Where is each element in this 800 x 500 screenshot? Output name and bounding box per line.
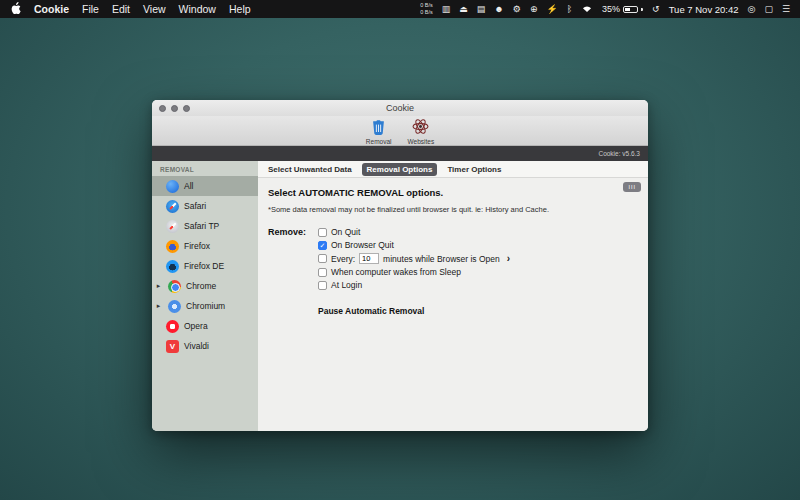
toolbar-removal-label: Removal: [366, 138, 392, 145]
disclosure-triangle-icon[interactable]: ▸: [154, 282, 163, 290]
trash-icon: [370, 118, 387, 139]
disclosure-triangle-icon[interactable]: ▸: [154, 302, 163, 310]
time-machine-icon[interactable]: ↺: [652, 4, 660, 14]
removal-options-panel: III Select AUTOMATIC REMOVAL options. *S…: [258, 178, 648, 431]
menu-edit[interactable]: Edit: [112, 3, 130, 15]
toolbar-websites-label: Websites: [408, 138, 435, 145]
close-button[interactable]: [159, 105, 166, 112]
sidebar-item-label: Safari TP: [184, 221, 219, 231]
option-at-login: At Login: [318, 280, 510, 290]
on-quit-checkbox[interactable]: [318, 228, 327, 237]
safari-icon: [166, 200, 179, 213]
battery-icon: [623, 6, 638, 13]
option-on-browser-quit: ✓ On Browser Quit: [318, 240, 510, 250]
option-every-minutes: Every: minutes while Browser is Open ›: [318, 253, 510, 264]
wake-from-sleep-checkbox[interactable]: [318, 268, 327, 277]
sidebar-header: REMOVAL: [152, 161, 258, 176]
window-title: Cookie: [386, 103, 414, 113]
apple-icon[interactable]: [10, 2, 21, 17]
option-label: On Quit: [331, 227, 360, 237]
sidebar-item-chrome[interactable]: ▸ Chrome: [152, 276, 258, 296]
sidebar-item-chromium[interactable]: ▸ Chromium: [152, 296, 258, 316]
siri-icon[interactable]: ◎: [748, 4, 756, 14]
tab-timer-options[interactable]: Timer Options: [442, 163, 506, 176]
pause-automatic-removal-button[interactable]: Pause Automatic Removal: [318, 306, 638, 316]
traffic-lights: [159, 100, 190, 116]
sidebar-item-label: Opera: [184, 321, 208, 331]
window-toolbar: Removal Websites: [152, 116, 648, 146]
option-label: On Browser Quit: [331, 240, 394, 250]
on-browser-quit-checkbox[interactable]: ✓: [318, 241, 327, 250]
zoom-button[interactable]: [183, 105, 190, 112]
content-area: Select Unwanted Data Removal Options Tim…: [258, 161, 648, 431]
net-down-value: 0 B/s: [420, 9, 433, 16]
firefox-icon: [166, 240, 179, 253]
menu-view[interactable]: View: [143, 3, 166, 15]
tab-select-unwanted-data[interactable]: Select Unwanted Data: [263, 163, 357, 176]
at-login-checkbox[interactable]: [318, 281, 327, 290]
sidebar-item-safari[interactable]: Safari: [152, 196, 258, 216]
sidebar-item-opera[interactable]: Opera: [152, 316, 258, 336]
version-strip: Cookie: v5.6.3: [152, 146, 648, 161]
bolt-icon[interactable]: ⚡: [546, 4, 557, 14]
option-label: When computer wakes from Sleep: [331, 267, 461, 277]
menu-bar: Cookie File Edit View Window Help 0 B/s …: [0, 0, 800, 18]
removal-options-list: On Quit ✓ On Browser Quit Every: minutes: [318, 227, 510, 290]
bluetooth-icon[interactable]: ᛒ: [567, 4, 572, 14]
version-label: Cookie: v5.6.3: [598, 150, 640, 157]
every-prefix-label: Every:: [331, 254, 355, 264]
plus-icon[interactable]: ⊕: [530, 4, 538, 14]
battery-indicator[interactable]: 35%: [602, 4, 643, 14]
desktop: Cookie File Edit View Window Help 0 B/s …: [0, 0, 800, 500]
sidebar-item-firefox[interactable]: Firefox: [152, 236, 258, 256]
wifi-icon[interactable]: [581, 4, 593, 15]
firefox-de-icon: [166, 260, 179, 273]
all-browsers-icon: [166, 180, 179, 193]
user-icon[interactable]: ☻: [494, 4, 503, 14]
sidebar-item-safari-tp[interactable]: Safari TP: [152, 216, 258, 236]
option-wake-from-sleep: When computer wakes from Sleep: [318, 267, 510, 277]
display-icon[interactable]: ▢: [764, 4, 773, 14]
menu-clock[interactable]: Tue 7 Nov 20:42: [669, 4, 739, 15]
browser-sidebar: REMOVAL All Safari Safari TP Firefox: [152, 161, 258, 431]
notification-center-icon[interactable]: ☰: [782, 4, 790, 14]
minimize-button[interactable]: [171, 105, 178, 112]
sidebar-item-label: Chromium: [186, 301, 225, 311]
toolbar-websites-button[interactable]: Websites: [408, 118, 435, 145]
panel-badge-button[interactable]: III: [623, 182, 641, 192]
chevron-right-icon[interactable]: ›: [507, 254, 510, 264]
keyboard-icon[interactable]: ▤: [477, 4, 486, 14]
cookie-window: Cookie Removal Websites Cookie: v5.6.3: [152, 100, 648, 431]
every-suffix-label: minutes while Browser is Open: [383, 254, 500, 264]
toolbar-removal-button[interactable]: Removal: [366, 118, 392, 145]
sidebar-item-vivaldi[interactable]: Vivaldi: [152, 336, 258, 356]
sidebar-item-label: All: [184, 181, 193, 191]
net-up-value: 0 B/s: [420, 2, 433, 9]
tab-removal-options[interactable]: Removal Options: [362, 163, 438, 176]
sidebar-item-firefox-de[interactable]: Firefox DE: [152, 256, 258, 276]
remove-label: Remove:: [268, 227, 310, 290]
title-bar[interactable]: Cookie: [152, 100, 648, 116]
menu-file[interactable]: File: [82, 3, 99, 15]
sidebar-item-label: Chrome: [186, 281, 216, 291]
every-minutes-checkbox[interactable]: [318, 254, 327, 263]
opera-icon: [166, 320, 179, 333]
battery-nub: [641, 8, 643, 11]
vivaldi-icon: [166, 340, 179, 353]
menu-window[interactable]: Window: [179, 3, 216, 15]
panel-note: *Some data removal may not be finalized …: [268, 205, 638, 214]
menu-help[interactable]: Help: [229, 3, 251, 15]
chromium-icon: [168, 300, 181, 313]
option-on-quit: On Quit: [318, 227, 510, 237]
safari-tp-icon: [166, 220, 179, 233]
activity-icon[interactable]: ▥: [442, 4, 451, 14]
battery-percent: 35%: [602, 4, 620, 14]
sidebar-item-all[interactable]: All: [152, 176, 258, 196]
network-speed-indicator[interactable]: 0 B/s 0 B/s: [420, 2, 433, 15]
eject-icon[interactable]: ⏏: [459, 4, 468, 14]
every-minutes-input[interactable]: [359, 253, 379, 264]
atom-icon: [412, 118, 429, 139]
option-label: At Login: [331, 280, 362, 290]
menu-app-name[interactable]: Cookie: [34, 3, 69, 15]
gear-icon[interactable]: ⚙: [513, 4, 521, 14]
